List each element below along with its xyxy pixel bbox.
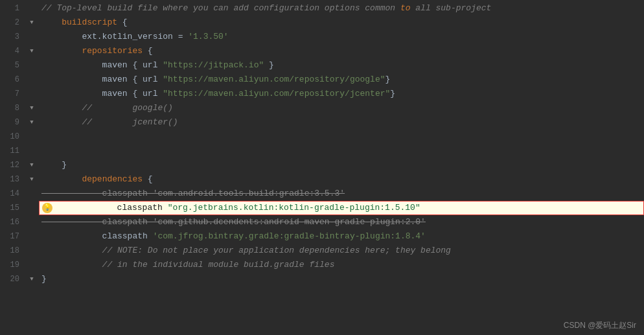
- code-line-2: buildscript {: [39, 16, 644, 30]
- bulb-icon[interactable]: 💡: [42, 203, 52, 213]
- watermark-text: CSDN @爱码土赵Sir: [564, 321, 636, 330]
- line-num-1: 1: [5, 1, 19, 16]
- code-line-15: 💡 classpath "org.jetbrains.kotlin:kotlin…: [39, 201, 644, 215]
- line-13-text: dependencies {: [41, 172, 153, 187]
- line-num-4: 4: [5, 44, 19, 58]
- line-1-text: // Top-level build file where you can ad…: [41, 1, 491, 16]
- code-line-9: // jcenter(): [39, 115, 644, 130]
- code-line-3: ext.kotlin_version = '1.3.50': [39, 30, 644, 44]
- fold-icon-12[interactable]: ▼: [30, 162, 33, 168]
- line-num-15: 15: [5, 201, 19, 215]
- code-lines: // Top-level build file where you can ad…: [39, 0, 644, 335]
- fold-icon-20[interactable]: ▼: [30, 276, 33, 283]
- line-17-text: classpath 'com.jfrog.bintray.gradle:grad…: [41, 229, 426, 244]
- gutter: ▼ ▼ ▼ ▼ ▼ ▼ ▼: [25, 0, 39, 335]
- line-19-text: // in the individual module build.gradle…: [41, 258, 334, 272]
- gutter-3: [25, 30, 39, 44]
- line-num-10: 10: [5, 130, 19, 144]
- line-4-text: repositories {: [41, 44, 153, 58]
- line-14-text: classpath 'com.android.tools.build:gradl…: [41, 187, 345, 201]
- line-num-6: 6: [5, 73, 19, 87]
- line-12-text: }: [41, 158, 67, 172]
- line-num-12: 12: [5, 158, 19, 172]
- code-line-19: // in the individual module build.gradle…: [39, 258, 644, 272]
- line-num-8: 8: [5, 101, 19, 115]
- gutter-9[interactable]: ▼: [25, 115, 39, 130]
- gutter-8[interactable]: ▼: [25, 101, 39, 115]
- gutter-13[interactable]: ▼: [25, 172, 39, 187]
- code-editor: 1 2 3 4 5 6 7 8 9 10 11 12 13 14 15 16 1…: [0, 0, 644, 335]
- code-line-11: [39, 144, 644, 158]
- fold-icon-9[interactable]: ▼: [30, 119, 33, 126]
- fold-icon-8[interactable]: ▼: [30, 105, 33, 111]
- code-line-12: }: [39, 158, 644, 172]
- line-20-text: }: [41, 272, 47, 286]
- line-3-text: ext.kotlin_version = '1.3.50': [41, 30, 229, 44]
- gutter-11: [25, 144, 39, 158]
- line-num-7: 7: [5, 87, 19, 101]
- code-line-4: repositories {: [39, 44, 644, 58]
- code-line-20: }: [39, 272, 644, 286]
- code-line-18: // NOTE: Do not place your application d…: [39, 244, 644, 258]
- gutter-18: [25, 244, 39, 258]
- line-num-9: 9: [5, 115, 19, 130]
- line-num-18: 18: [5, 244, 19, 258]
- line-num-2: 2: [5, 16, 19, 30]
- line-num-5: 5: [5, 58, 19, 73]
- code-container: 1 2 3 4 5 6 7 8 9 10 11 12 13 14 15 16 1…: [0, 0, 644, 335]
- gutter-6: [25, 73, 39, 87]
- line-8-text: // google(): [41, 101, 173, 115]
- gutter-17: [25, 229, 39, 244]
- gutter-4[interactable]: ▼: [25, 44, 39, 58]
- line-9-text: // jcenter(): [41, 115, 178, 130]
- line-7-text: maven { url "https://maven.aliyun.com/re…: [41, 87, 395, 101]
- fold-icon-4[interactable]: ▼: [30, 48, 33, 54]
- fold-icon-2[interactable]: ▼: [30, 19, 33, 26]
- line-num-19: 19: [5, 258, 19, 272]
- code-line-6: maven { url "https://maven.aliyun.com/re…: [39, 73, 644, 87]
- gutter-16: [25, 215, 39, 229]
- line-16-text: classpath 'com.github.dcendents:android-…: [41, 215, 426, 229]
- gutter-19: [25, 258, 39, 272]
- watermark: CSDN @爱码土赵Sir: [564, 320, 636, 331]
- code-line-5: maven { url "https://jitpack.io" }: [39, 58, 644, 73]
- gutter-1: [25, 1, 39, 16]
- code-line-13: dependencies {: [39, 172, 644, 187]
- line-15-text: classpath "org.jetbrains.kotlin:kotlin-g…: [56, 201, 420, 215]
- line-2-text: buildscript {: [41, 16, 128, 30]
- line-num-13: 13: [5, 172, 19, 187]
- gutter-5: [25, 58, 39, 73]
- line-18-text: // NOTE: Do not place your application d…: [41, 244, 451, 258]
- line-num-11: 11: [5, 144, 19, 158]
- code-line-16: classpath 'com.github.dcendents:android-…: [39, 215, 644, 229]
- line-num-20: 20: [5, 272, 19, 286]
- line-11-text: [41, 144, 47, 158]
- line-6-text: maven { url "https://maven.aliyun.com/re…: [41, 73, 390, 87]
- line-5-text: maven { url "https://jitpack.io" }: [41, 58, 274, 73]
- line-numbers: 1 2 3 4 5 6 7 8 9 10 11 12 13 14 15 16 1…: [0, 0, 25, 335]
- code-line-14: classpath 'com.android.tools.build:gradl…: [39, 187, 644, 201]
- line-num-14: 14: [5, 187, 19, 201]
- code-line-17: classpath 'com.jfrog.bintray.gradle:grad…: [39, 229, 644, 244]
- gutter-12[interactable]: ▼: [25, 158, 39, 172]
- code-line-7: maven { url "https://maven.aliyun.com/re…: [39, 87, 644, 101]
- code-line-1: // Top-level build file where you can ad…: [39, 1, 644, 16]
- code-line-10: [39, 130, 644, 144]
- line-num-16: 16: [5, 215, 19, 229]
- gutter-2[interactable]: ▼: [25, 16, 39, 30]
- gutter-7: [25, 87, 39, 101]
- gutter-15: [25, 201, 39, 215]
- gutter-20[interactable]: ▼: [25, 272, 39, 286]
- line-num-17: 17: [5, 229, 19, 244]
- line-num-3: 3: [5, 30, 19, 44]
- line-10-text: [41, 130, 47, 144]
- gutter-14: [25, 187, 39, 201]
- code-line-8: // google(): [39, 101, 644, 115]
- gutter-10: [25, 130, 39, 144]
- fold-icon-13[interactable]: ▼: [30, 176, 33, 183]
